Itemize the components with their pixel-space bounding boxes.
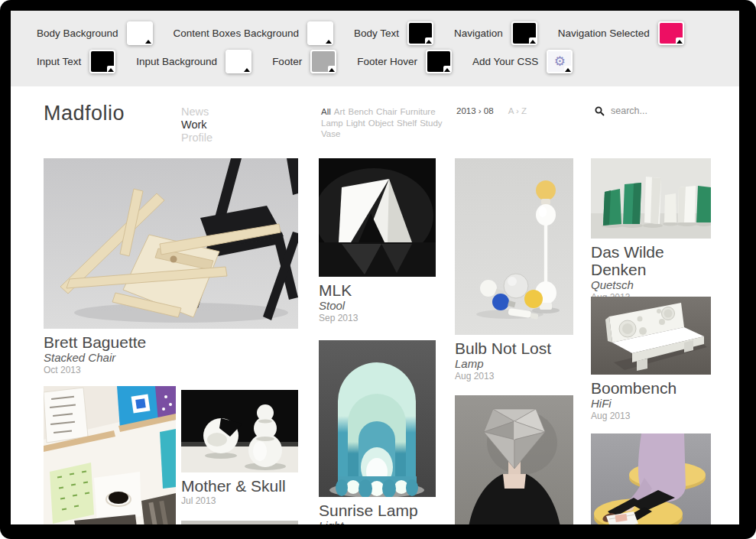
body-text-swatch[interactable] <box>407 21 433 45</box>
search-box <box>595 105 712 117</box>
item-subtitle: HiFi <box>591 397 711 410</box>
artwork-shelf[interactable] <box>44 386 176 524</box>
picker-arrow-icon <box>443 66 451 73</box>
item-caption: Boombench HiFi Aug 2013 <box>591 379 711 422</box>
navigation-swatch[interactable] <box>511 21 537 45</box>
category-object[interactable]: Object <box>368 119 394 128</box>
control-label: Body Background <box>37 28 118 39</box>
search-icon[interactable] <box>595 106 605 116</box>
portfolio-item-mother-skull: Mother & Skull Jul 2013 <box>181 390 298 507</box>
artwork-sunrise-lamp[interactable] <box>319 340 436 497</box>
category-all[interactable]: All <box>321 107 331 116</box>
item-title[interactable]: Sunrise Lamp <box>319 502 436 519</box>
body-background-swatch[interactable] <box>127 21 153 45</box>
item-title[interactable]: Mother & Skull <box>181 477 298 495</box>
control-navigation-selected: Navigation Selected <box>558 21 684 45</box>
nav-item-profile[interactable]: Profile <box>181 132 213 144</box>
picker-arrow-icon <box>325 37 333 44</box>
main-navigation: News Work Profile <box>181 106 213 144</box>
category-study[interactable]: Study <box>420 119 442 128</box>
control-label: Content Boxes Background <box>174 28 299 39</box>
category-light[interactable]: Light <box>346 119 365 128</box>
category-lamp[interactable]: Lamp <box>321 119 343 128</box>
toolbar-row-2: Input Text Input Background Footer <box>11 47 739 76</box>
item-date: Sep 2013 <box>319 313 436 324</box>
footer-hover-swatch[interactable] <box>426 50 452 73</box>
item-subtitle: Quetsch <box>591 278 711 291</box>
control-label: Footer Hover <box>357 56 417 67</box>
control-label: Body Text <box>354 28 399 39</box>
artwork-image <box>591 433 711 524</box>
item-title[interactable]: Bulb Not Lost <box>455 339 573 357</box>
control-body-background: Body Background <box>37 21 153 45</box>
item-title[interactable]: Boombench <box>591 379 711 397</box>
input-text-swatch[interactable] <box>89 50 115 73</box>
site-preview: Madfolio News Work Profile AllArtBenchCh… <box>11 86 739 524</box>
category-chair[interactable]: Chair <box>376 107 397 116</box>
artwork-brett-baguette[interactable] <box>44 158 298 329</box>
date-filter[interactable]: 2013 › 08 <box>456 106 494 115</box>
date-sort-filter: 2013 › 08 A › Z <box>456 106 527 115</box>
artwork-boombench[interactable] <box>591 297 711 375</box>
category-art[interactable]: Art <box>334 107 346 116</box>
alpha-sort[interactable]: A › Z <box>508 106 527 115</box>
artwork-mother-skull[interactable] <box>181 390 298 472</box>
control-input-text: Input Text <box>37 50 115 73</box>
control-label: Footer <box>272 56 302 67</box>
control-label: Input Background <box>136 56 217 67</box>
portfolio-item-sunrise-lamp: Sunrise Lamp Light <box>319 340 436 524</box>
portfolio-item-bulb-not-lost: Bulb Not Lost Lamp Aug 2013 <box>455 158 573 382</box>
category-bench[interactable]: Bench <box>348 107 373 116</box>
item-date: Oct 2013 <box>44 365 298 376</box>
portfolio-item-partial[interactable] <box>181 521 298 524</box>
picker-arrow-icon <box>144 37 152 44</box>
control-navigation: Navigation <box>454 21 537 45</box>
artwork-image <box>319 340 436 497</box>
search-input[interactable] <box>609 105 712 117</box>
site-logo[interactable]: Madfolio <box>44 102 125 125</box>
artwork-partial <box>181 521 298 524</box>
item-caption: Mother & Skull Jul 2013 <box>181 477 298 507</box>
control-label: Input Text <box>37 56 81 67</box>
portfolio-item-mask <box>455 395 573 524</box>
category-furniture[interactable]: Furniture <box>401 107 436 116</box>
item-subtitle: Light <box>319 519 436 524</box>
add-css-button[interactable] <box>547 50 573 73</box>
category-shelf[interactable]: Shelf <box>397 119 417 128</box>
item-subtitle: Lamp <box>455 357 573 370</box>
category-filter: AllArtBenchChairFurniture LampLightObjec… <box>321 106 455 140</box>
picker-arrow-icon <box>564 66 572 73</box>
control-content-boxes-background: Content Boxes Background <box>174 21 333 45</box>
item-date: Jul 2013 <box>181 495 298 507</box>
item-caption: Das Wilde Denken Quetsch Aug 2013 <box>591 243 711 304</box>
category-vase[interactable]: Vase <box>321 129 340 138</box>
artwork-das-wilde-denken[interactable] <box>591 158 711 239</box>
footer-swatch[interactable] <box>310 50 336 73</box>
control-add-your-css: Add Your CSS <box>472 50 573 73</box>
artwork-mask[interactable] <box>455 395 573 524</box>
input-background-swatch[interactable] <box>226 50 251 73</box>
artwork-bulb-not-lost[interactable] <box>455 158 573 335</box>
control-label: Navigation <box>454 28 503 39</box>
portfolio-item-das-wilde-denken: Das Wilde Denken Quetsch Aug 2013 <box>591 158 711 304</box>
control-label: Add Your CSS <box>472 56 538 67</box>
artwork-mlk[interactable] <box>319 158 436 277</box>
nav-item-news[interactable]: News <box>181 106 213 119</box>
navigation-selected-swatch[interactable] <box>658 21 684 45</box>
artwork-image <box>591 297 711 375</box>
item-title[interactable]: Das Wilde Denken <box>591 243 711 278</box>
content-boxes-background-swatch[interactable] <box>307 21 333 45</box>
artwork-image <box>455 395 573 524</box>
picker-arrow-icon <box>243 66 251 73</box>
item-date: Aug 2013 <box>455 371 573 382</box>
artwork-image <box>44 386 176 524</box>
artwork-yellow-stools[interactable] <box>591 433 711 524</box>
item-caption: Brett Baguette Stacked Chair Oct 2013 <box>44 333 298 376</box>
item-title[interactable]: Brett Baguette <box>44 333 298 351</box>
picker-arrow-icon <box>328 66 336 73</box>
picker-arrow-icon <box>425 37 433 44</box>
nav-item-work[interactable]: Work <box>181 119 213 132</box>
item-title[interactable]: MLK <box>319 281 436 299</box>
portfolio-item-brett-baguette: Brett Baguette Stacked Chair Oct 2013 <box>44 158 298 376</box>
category-line: Vase <box>321 128 455 140</box>
